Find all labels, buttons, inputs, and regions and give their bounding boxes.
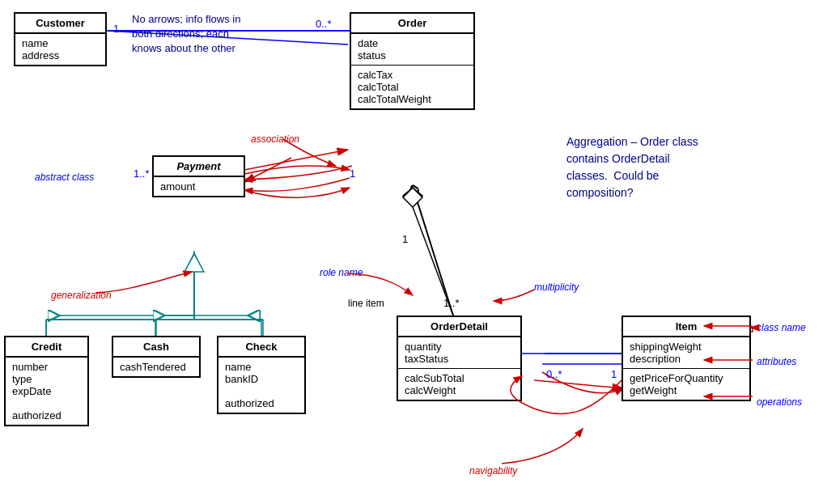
- check-attr-name: name: [225, 361, 298, 373]
- customer-attr-name: name: [22, 37, 99, 49]
- customer-class: Customer name address: [14, 12, 107, 66]
- credit-title: Credit: [6, 337, 87, 358]
- item-attr-shippingweight: shippingWeight: [630, 341, 743, 353]
- check-attr-authorized: authorized: [225, 397, 298, 409]
- check-attr-bankid: bankID: [225, 373, 298, 385]
- mult-1b: 1: [350, 167, 355, 180]
- svg-line-11: [534, 380, 623, 388]
- check-attrs: name bankID authorized: [218, 358, 304, 413]
- cash-attr-cashtendered: cashTendered: [120, 361, 193, 373]
- customer-title: Customer: [15, 14, 105, 34]
- svg-marker-26: [186, 253, 202, 269]
- payment-attr-amount: amount: [160, 180, 237, 193]
- cash-attrs: cashTendered: [113, 358, 199, 376]
- generalization-annotation: generalization: [51, 290, 112, 301]
- orderdetail-class: OrderDetail quantity taxStatus calcSubTo…: [397, 316, 522, 401]
- item-class: Item shippingWeight description getPrice…: [621, 316, 751, 401]
- mult-0star-a: 0..*: [316, 18, 332, 30]
- item-attrs: shippingWeight description: [623, 337, 749, 369]
- item-method-getweight: getWeight: [630, 384, 743, 396]
- orderdetail-methods: calcSubTotal calcWeight: [398, 369, 520, 400]
- orderdetail-attr-quantity: quantity: [405, 341, 514, 353]
- item-title: Item: [623, 317, 749, 337]
- order-methods: calcTax calcTotal calcTotalWeight: [351, 66, 473, 108]
- mult-1c: 1: [402, 233, 408, 245]
- item-methods: getPriceForQuantity getWeight: [623, 369, 749, 400]
- orderdetail-method-calcsubtotal: calcSubTotal: [405, 372, 514, 384]
- svg-marker-38: [185, 254, 204, 272]
- mult-1star: 1..*: [134, 167, 150, 180]
- order-method-calctotalweight: calcTotalWeight: [358, 93, 467, 105]
- payment-title: Payment: [154, 157, 244, 177]
- orderdetail-attrs: quantity taxStatus: [398, 337, 520, 369]
- mult-1a: 1: [113, 23, 119, 35]
- order-method-calctax: calcTax: [358, 69, 467, 81]
- credit-attr-expdate: expDate: [12, 385, 81, 397]
- credit-class: Credit number type expDate authorized: [4, 336, 89, 426]
- credit-attr-number: number: [12, 361, 81, 373]
- credit-attrs: number type expDate authorized: [6, 358, 87, 425]
- order-title: Order: [351, 14, 473, 34]
- aggregation-annotation: Aggregation – Order classcontains OrderD…: [566, 133, 793, 201]
- svg-marker-36: [403, 188, 422, 207]
- orderdetail-attr-taxstatus: taxStatus: [405, 353, 514, 365]
- orderdetail-title: OrderDetail: [398, 317, 520, 337]
- attributes-annotation: attributes: [757, 356, 796, 367]
- customer-attr-address: address: [22, 49, 99, 61]
- order-method-calctotal: calcTotal: [358, 81, 467, 93]
- mult-1d: 1: [611, 368, 617, 380]
- credit-attr-authorized: authorized: [12, 409, 81, 421]
- cash-class: Cash cashTendered: [112, 336, 201, 378]
- check-attr-blank: [225, 385, 298, 397]
- check-class: Check name bankID authorized: [217, 336, 306, 414]
- navigability-annotation: navigability: [469, 465, 517, 476]
- order-attr-status: status: [358, 49, 467, 61]
- association-annotation: association: [251, 133, 299, 145]
- multiplicity-annotation: multiplicity: [534, 282, 579, 293]
- customer-attrs: name address: [15, 34, 105, 65]
- item-method-getprice: getPriceForQuantity: [630, 372, 743, 384]
- no-arrows-annotation: No arrows; info flows inboth directions;…: [132, 12, 310, 57]
- credit-attr-type: type: [12, 373, 81, 385]
- svg-line-8: [244, 150, 348, 170]
- abstract-class-annotation: abstract class: [35, 172, 94, 183]
- check-title: Check: [218, 337, 304, 358]
- order-class: Order date status calcTax calcTotal calc…: [350, 12, 475, 110]
- svg-line-9: [413, 186, 453, 316]
- credit-attr-blank: [12, 397, 81, 409]
- payment-attrs: amount: [154, 177, 244, 196]
- cash-title: Cash: [113, 337, 199, 358]
- order-attr-date: date: [358, 37, 467, 49]
- operations-annotation: operations: [757, 396, 802, 408]
- svg-marker-24: [403, 188, 422, 204]
- mult-1star-b: 1..*: [443, 297, 460, 309]
- class-name-annotation: class name: [757, 322, 806, 333]
- orderdetail-method-calcweight: calcWeight: [405, 384, 514, 396]
- line-item-annotation: line item: [348, 298, 384, 309]
- payment-class: Payment amount: [152, 155, 245, 197]
- order-attrs: date status: [351, 34, 473, 66]
- svg-line-7: [244, 158, 291, 182]
- mult-0star-b: 0..*: [546, 368, 562, 380]
- item-attr-description: description: [630, 353, 743, 365]
- role-name-annotation: role name: [320, 267, 363, 278]
